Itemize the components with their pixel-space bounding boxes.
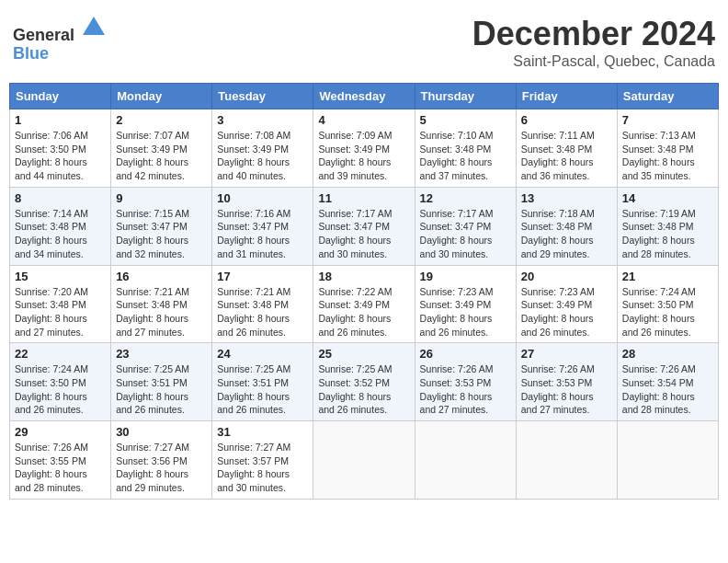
calendar-cell: 16Sunrise: 7:21 AMSunset: 3:48 PMDayligh… — [111, 265, 212, 343]
daylight-text: Daylight: 8 hours and 35 minutes. — [622, 155, 713, 182]
calendar-cell: 25Sunrise: 7:25 AMSunset: 3:52 PMDayligh… — [313, 343, 415, 421]
sunrise-text: Sunrise: 7:26 AM — [521, 362, 612, 376]
sunset-text: Sunset: 3:48 PM — [116, 298, 207, 312]
sunset-text: Sunset: 3:48 PM — [217, 298, 308, 312]
sunrise-text: Sunrise: 7:10 AM — [420, 129, 511, 143]
cell-content: Sunrise: 7:26 AMSunset: 3:54 PMDaylight:… — [622, 362, 713, 417]
day-number: 29 — [15, 425, 106, 439]
week-row-5: 29Sunrise: 7:26 AMSunset: 3:55 PMDayligh… — [10, 421, 719, 500]
sunset-text: Sunset: 3:49 PM — [318, 298, 409, 312]
day-number: 3 — [217, 113, 308, 127]
sunrise-text: Sunrise: 7:24 AM — [622, 285, 713, 299]
daylight-text: Daylight: 8 hours and 27 minutes. — [521, 390, 612, 417]
day-number: 16 — [116, 270, 207, 283]
daylight-text: Daylight: 8 hours and 28 minutes. — [622, 390, 713, 417]
calendar-cell: 26Sunrise: 7:26 AMSunset: 3:53 PMDayligh… — [415, 343, 516, 421]
calendar-cell: 9Sunrise: 7:15 AMSunset: 3:47 PMDaylight… — [111, 187, 212, 265]
title-area: December 2024 Saint-Pascal, Quebec, Cana… — [472, 15, 715, 70]
calendar-cell: 1Sunrise: 7:06 AMSunset: 3:50 PMDaylight… — [10, 109, 111, 188]
cell-content: Sunrise: 7:14 AMSunset: 3:48 PMDaylight:… — [15, 207, 106, 261]
sunset-text: Sunset: 3:49 PM — [420, 298, 511, 312]
day-number: 15 — [15, 270, 106, 283]
sunrise-text: Sunrise: 7:23 AM — [521, 285, 612, 299]
cell-content: Sunrise: 7:25 AMSunset: 3:51 PMDaylight:… — [116, 362, 207, 417]
daylight-text: Daylight: 8 hours and 34 minutes. — [15, 234, 106, 260]
sunrise-text: Sunrise: 7:26 AM — [15, 441, 106, 454]
day-number: 14 — [622, 191, 713, 205]
cell-content: Sunrise: 7:19 AMSunset: 3:48 PMDaylight:… — [622, 207, 713, 261]
sunset-text: Sunset: 3:53 PM — [420, 376, 511, 390]
logo-general-text: General — [13, 26, 74, 44]
calendar-cell: 11Sunrise: 7:17 AMSunset: 3:47 PMDayligh… — [313, 187, 415, 265]
calendar-cell: 22Sunrise: 7:24 AMSunset: 3:50 PMDayligh… — [10, 343, 111, 421]
sunset-text: Sunset: 3:49 PM — [521, 298, 612, 312]
calendar-cell: 31Sunrise: 7:27 AMSunset: 3:57 PMDayligh… — [212, 421, 313, 500]
daylight-text: Daylight: 8 hours and 26 minutes. — [318, 312, 409, 339]
calendar-cell: 5Sunrise: 7:10 AMSunset: 3:48 PMDaylight… — [415, 109, 516, 188]
daylight-text: Daylight: 8 hours and 27 minutes. — [116, 312, 207, 339]
sunrise-text: Sunrise: 7:13 AM — [622, 129, 713, 143]
sunset-text: Sunset: 3:48 PM — [15, 298, 106, 312]
calendar-cell — [313, 421, 415, 500]
sunset-text: Sunset: 3:47 PM — [318, 220, 409, 234]
daylight-text: Daylight: 8 hours and 36 minutes. — [521, 155, 612, 182]
sunset-text: Sunset: 3:54 PM — [622, 376, 713, 390]
day-number: 1 — [15, 113, 106, 127]
day-number: 4 — [318, 113, 409, 127]
sunset-text: Sunset: 3:49 PM — [318, 143, 409, 156]
calendar-cell — [516, 421, 617, 500]
calendar-cell: 29Sunrise: 7:26 AMSunset: 3:55 PMDayligh… — [10, 421, 111, 500]
day-number: 31 — [217, 425, 308, 439]
sunrise-text: Sunrise: 7:21 AM — [217, 285, 308, 299]
day-number: 23 — [116, 347, 207, 361]
sunset-text: Sunset: 3:51 PM — [116, 376, 207, 390]
sunrise-text: Sunrise: 7:16 AM — [217, 207, 308, 221]
sunrise-text: Sunrise: 7:27 AM — [116, 441, 207, 454]
sunrise-text: Sunrise: 7:19 AM — [622, 207, 713, 221]
calendar-cell: 2Sunrise: 7:07 AMSunset: 3:49 PMDaylight… — [111, 109, 212, 188]
cell-content: Sunrise: 7:27 AMSunset: 3:56 PMDaylight:… — [116, 441, 207, 495]
cell-content: Sunrise: 7:07 AMSunset: 3:49 PMDaylight:… — [116, 129, 207, 183]
cell-content: Sunrise: 7:11 AMSunset: 3:48 PMDaylight:… — [521, 129, 612, 183]
daylight-text: Daylight: 8 hours and 27 minutes. — [420, 390, 511, 417]
cell-content: Sunrise: 7:17 AMSunset: 3:47 PMDaylight:… — [420, 207, 511, 261]
cell-content: Sunrise: 7:09 AMSunset: 3:49 PMDaylight:… — [318, 129, 409, 183]
day-header-monday: Monday — [111, 84, 212, 109]
cell-content: Sunrise: 7:17 AMSunset: 3:47 PMDaylight:… — [318, 207, 409, 261]
sunrise-text: Sunrise: 7:11 AM — [521, 129, 612, 143]
daylight-text: Daylight: 8 hours and 42 minutes. — [116, 155, 207, 182]
sunset-text: Sunset: 3:48 PM — [622, 220, 713, 234]
calendar-cell: 18Sunrise: 7:22 AMSunset: 3:49 PMDayligh… — [313, 265, 415, 343]
sunset-text: Sunset: 3:50 PM — [15, 376, 106, 390]
day-header-wednesday: Wednesday — [313, 84, 415, 109]
daylight-text: Daylight: 8 hours and 28 minutes. — [15, 467, 106, 494]
calendar-cell: 6Sunrise: 7:11 AMSunset: 3:48 PMDaylight… — [516, 109, 617, 188]
cell-content: Sunrise: 7:25 AMSunset: 3:52 PMDaylight:… — [318, 362, 409, 417]
day-number: 30 — [116, 425, 207, 439]
daylight-text: Daylight: 8 hours and 31 minutes. — [217, 234, 308, 260]
daylight-text: Daylight: 8 hours and 26 minutes. — [217, 390, 308, 417]
sunset-text: Sunset: 3:47 PM — [420, 220, 511, 234]
calendar-cell: 3Sunrise: 7:08 AMSunset: 3:49 PMDaylight… — [212, 109, 313, 188]
sunrise-text: Sunrise: 7:09 AM — [318, 129, 409, 143]
header: General Blue December 2024 Saint-Pascal,… — [9, 9, 719, 75]
sunrise-text: Sunrise: 7:23 AM — [420, 285, 511, 299]
sunrise-text: Sunrise: 7:17 AM — [318, 207, 409, 221]
sunset-text: Sunset: 3:47 PM — [217, 220, 308, 234]
daylight-text: Daylight: 8 hours and 32 minutes. — [116, 234, 207, 260]
daylight-text: Daylight: 8 hours and 26 minutes. — [622, 312, 713, 339]
calendar-cell: 17Sunrise: 7:21 AMSunset: 3:48 PMDayligh… — [212, 265, 313, 343]
daylight-text: Daylight: 8 hours and 27 minutes. — [15, 312, 106, 339]
sunset-text: Sunset: 3:49 PM — [217, 143, 308, 156]
week-row-2: 8Sunrise: 7:14 AMSunset: 3:48 PMDaylight… — [10, 187, 719, 265]
daylight-text: Daylight: 8 hours and 30 minutes. — [318, 234, 409, 260]
sunrise-text: Sunrise: 7:24 AM — [15, 362, 106, 376]
calendar-cell — [617, 421, 718, 500]
cell-content: Sunrise: 7:22 AMSunset: 3:49 PMDaylight:… — [318, 285, 409, 339]
daylight-text: Daylight: 8 hours and 26 minutes. — [217, 312, 308, 339]
sunrise-text: Sunrise: 7:20 AM — [15, 285, 106, 299]
calendar-cell: 19Sunrise: 7:23 AMSunset: 3:49 PMDayligh… — [415, 265, 516, 343]
daylight-text: Daylight: 8 hours and 26 minutes. — [318, 390, 409, 417]
sunrise-text: Sunrise: 7:26 AM — [622, 362, 713, 376]
day-header-saturday: Saturday — [617, 84, 718, 109]
